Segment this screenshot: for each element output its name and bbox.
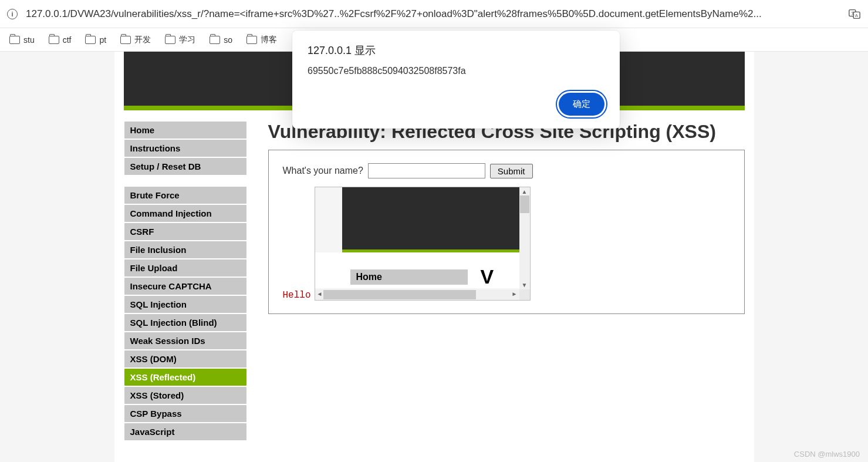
sidebar-item-sqli-blind[interactable]: SQL Injection (Blind) (124, 313, 247, 332)
folder-icon (246, 36, 257, 44)
svg-text:文: 文 (851, 10, 855, 15)
hello-text: Hello (283, 290, 311, 301)
sidebar-item-xss-dom[interactable]: XSS (DOM) (124, 350, 247, 368)
alert-ok-button[interactable]: 确定 (559, 93, 604, 116)
translate-icon[interactable]: 文A (848, 8, 861, 21)
alert-dialog: 127.0.0.1 显示 69550c7e5fb888c5094032508f8… (292, 31, 620, 129)
alert-title: 127.0.0.1 显示 (308, 43, 604, 58)
sidebar-item-xss-reflected[interactable]: XSS (Reflected) (124, 368, 247, 386)
sidebar-item-file-upload[interactable]: File Upload (124, 259, 247, 277)
bookmark-label: 博客 (261, 35, 277, 45)
sidebar-item-home[interactable]: Home (124, 121, 247, 139)
iframe-content: Home V (315, 187, 519, 289)
sidebar-group-main: Home Instructions Setup / Reset DB (124, 121, 247, 176)
url-text[interactable]: 127.0.0.1/DVWA23/vulnerabilities/xss_r/?… (26, 8, 842, 20)
bookmark-so[interactable]: so (204, 33, 238, 47)
sidebar-item-sqli[interactable]: SQL Injection (124, 295, 247, 313)
iframe-horizontal-scrollbar[interactable]: ◄► (315, 289, 519, 300)
injected-iframe[interactable]: Home V ▲▼ ◄► (315, 187, 531, 301)
folder-icon (9, 36, 20, 44)
bookmark-ctf[interactable]: ctf (43, 33, 77, 47)
bookmark-label: pt (99, 35, 106, 45)
sidebar-item-setup[interactable]: Setup / Reset DB (124, 157, 247, 176)
sidebar-item-weak-session[interactable]: Weak Session IDs (124, 332, 247, 350)
sidebar-item-file-inclusion[interactable]: File Inclusion (124, 241, 247, 259)
sidebar-group-vulns: Brute Force Command Injection CSRF File … (124, 186, 247, 441)
address-bar: i 127.0.0.1/DVWA23/vulnerabilities/xss_r… (0, 0, 868, 28)
sidebar-item-captcha[interactable]: Insecure CAPTCHA (124, 277, 247, 295)
iframe-header-banner (342, 187, 519, 249)
main-content: Vulnerability: Reflected Cross Site Scri… (268, 121, 745, 451)
sidebar-item-instructions[interactable]: Instructions (124, 139, 247, 157)
sidebar-item-command-injection[interactable]: Command Injection (124, 204, 247, 222)
folder-icon (49, 36, 59, 44)
folder-icon (210, 36, 220, 44)
name-form: What's your name? Submit (283, 163, 730, 178)
iframe-title-fragment: V (481, 265, 494, 288)
sidebar-item-xss-stored[interactable]: XSS (Stored) (124, 386, 247, 404)
sidebar-item-csp[interactable]: CSP Bypass (124, 404, 247, 423)
bookmark-label: 开发 (134, 35, 151, 45)
alert-message: 69550c7e5fb888c5094032508f8573fa (308, 66, 604, 76)
site-info-icon[interactable]: i (7, 9, 18, 19)
sidebar: Home Instructions Setup / Reset DB Brute… (124, 121, 247, 451)
bookmark-label: stu (23, 35, 35, 45)
bookmark-label: so (224, 35, 232, 45)
bookmark-study[interactable]: 学习 (159, 32, 201, 48)
bookmark-label: ctf (63, 35, 72, 45)
name-label: What's your name? (283, 166, 363, 176)
bookmark-blog[interactable]: 博客 (241, 32, 283, 48)
bookmark-label: 学习 (179, 35, 195, 45)
folder-icon (85, 36, 96, 44)
output-row: Hello Home V ▲▼ ◄► (283, 187, 730, 301)
sidebar-item-brute-force[interactable]: Brute Force (124, 186, 247, 204)
svg-text:A: A (855, 12, 858, 18)
bookmark-pt[interactable]: pt (79, 33, 112, 47)
iframe-scroll-corner (519, 289, 530, 300)
bookmark-stu[interactable]: stu (4, 33, 40, 47)
sidebar-item-csrf[interactable]: CSRF (124, 222, 247, 241)
watermark: CSDN @mlws1900 (794, 450, 860, 458)
sidebar-item-javascript[interactable]: JavaScript (124, 423, 247, 441)
folder-icon (165, 36, 175, 44)
iframe-sidebar-home[interactable]: Home (350, 269, 468, 285)
iframe-vertical-scrollbar[interactable]: ▲▼ (519, 187, 530, 289)
bookmark-dev[interactable]: 开发 (114, 32, 157, 48)
name-input[interactable] (368, 163, 485, 178)
folder-icon (120, 36, 131, 44)
vulnerability-box: What's your name? Submit Hello Home (268, 150, 745, 314)
submit-button[interactable]: Submit (490, 164, 533, 178)
